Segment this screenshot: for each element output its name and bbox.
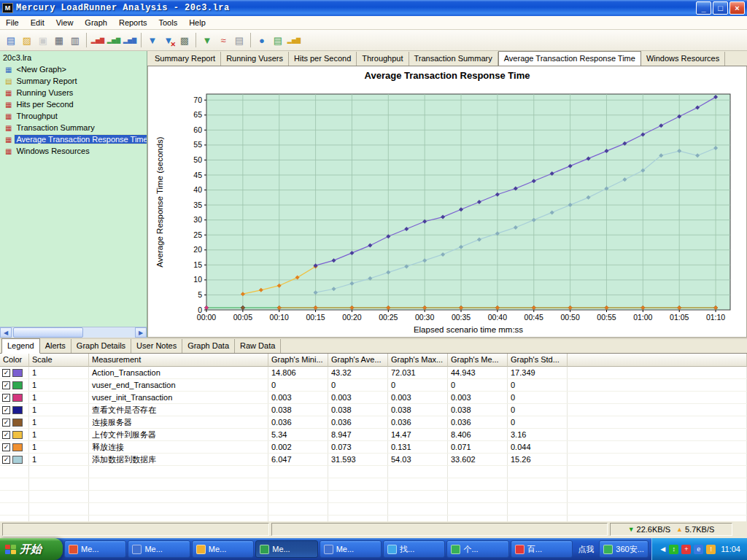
taskbar-button-0[interactable]: Me... bbox=[64, 540, 126, 558]
legend-scale-cell bbox=[29, 478, 89, 490]
tab-running-vusers[interactable]: Running Vusers bbox=[221, 52, 289, 66]
column-header-graph-s-me[interactable]: Graph's Me... bbox=[448, 354, 508, 367]
tree-item-average-transaction-response-time[interactable]: ▦Average Transaction Response Time bbox=[0, 133, 147, 145]
series-visible-checkbox[interactable]: ✓ bbox=[2, 419, 10, 427]
minimize-button[interactable]: _ bbox=[696, 1, 711, 15]
bottom-tab-user-notes[interactable]: User Notes bbox=[131, 339, 182, 353]
bottom-tab-raw-data[interactable]: Raw Data bbox=[235, 339, 281, 353]
browser-tray-icon[interactable]: e bbox=[694, 545, 703, 554]
tree-item-hits-per-second[interactable]: ▦Hits per Second bbox=[0, 98, 147, 110]
column-header-color[interactable]: Color bbox=[0, 354, 29, 367]
security-tray-icon[interactable]: + bbox=[681, 545, 691, 554]
tree-horizontal-scrollbar[interactable]: ◀ ▶ bbox=[0, 327, 147, 338]
drill-down-icon[interactable]: ▼ bbox=[199, 32, 215, 48]
set-filter-icon[interactable]: ▼ bbox=[144, 32, 160, 48]
task-button-label: 百... bbox=[527, 544, 542, 555]
hidden-icons-chevron[interactable]: ◀ bbox=[659, 545, 666, 554]
maximize-button[interactable]: □ bbox=[713, 1, 728, 15]
taskbar-button-2[interactable]: Me... bbox=[192, 540, 254, 558]
tree-item-throughput[interactable]: ▦Throughput bbox=[0, 110, 147, 122]
merge-graphs-icon[interactable]: ▂▅▇ bbox=[106, 32, 122, 48]
tab-transaction-summary[interactable]: Transaction Summary bbox=[409, 52, 498, 66]
alert-tray-icon[interactable]: ! bbox=[706, 545, 716, 554]
legend-value-cell bbox=[328, 516, 388, 521]
svg-text:55: 55 bbox=[193, 140, 202, 149]
series-visible-checkbox[interactable]: ✓ bbox=[2, 381, 10, 389]
auto-correlate-icon[interactable]: ≈ bbox=[215, 32, 231, 48]
bottom-tab-graph-data[interactable]: Graph Data bbox=[182, 339, 235, 353]
legend-value-cell: 0 bbox=[328, 379, 388, 391]
open-file-icon[interactable]: ▨ bbox=[19, 32, 35, 48]
column-header-graph-s-mini[interactable]: Graph's Mini... bbox=[268, 354, 328, 367]
column-header-graph-s-std[interactable]: Graph's Std... bbox=[508, 354, 568, 367]
tab-hits-per-second[interactable]: Hits per Second bbox=[289, 52, 357, 66]
series-visible-checkbox[interactable]: ✓ bbox=[2, 456, 10, 464]
sla-report-icon[interactable]: ▂▅▇ bbox=[286, 32, 302, 48]
menu-item-edit[interactable]: Edit bbox=[25, 17, 50, 28]
series-visible-checkbox[interactable]: ✓ bbox=[2, 443, 10, 451]
close-button[interactable]: × bbox=[729, 1, 745, 15]
menu-item-reports[interactable]: Reports bbox=[113, 17, 153, 28]
bottom-tab-legend[interactable]: Legend bbox=[1, 338, 40, 354]
svg-text:25: 25 bbox=[193, 230, 202, 239]
scroll-right-arrow-icon[interactable]: ▶ bbox=[135, 327, 147, 338]
series-visible-checkbox[interactable]: ✓ bbox=[2, 431, 10, 439]
series-visible-checkbox[interactable]: ✓ bbox=[2, 394, 10, 402]
column-header-graph-s-ave[interactable]: Graph's Ave... bbox=[328, 354, 388, 367]
tree-item-transaction-summary[interactable]: ▦Transaction Summary bbox=[0, 122, 147, 133]
tree-item-windows-resources[interactable]: ▦Windows Resources bbox=[0, 145, 147, 157]
tab-throughput[interactable]: Throughput bbox=[357, 52, 409, 66]
menu-item-view[interactable]: View bbox=[50, 17, 80, 28]
bottom-tab-alerts[interactable]: Alerts bbox=[40, 339, 71, 353]
scroll-left-arrow-icon[interactable]: ◀ bbox=[0, 327, 12, 338]
legend-measurement-cell bbox=[89, 503, 268, 515]
legend-value-cell bbox=[388, 516, 448, 521]
clear-filter-icon[interactable]: ▼✕ bbox=[160, 32, 177, 48]
tab-windows-resources[interactable]: Windows Resources bbox=[641, 52, 725, 66]
html-report-icon[interactable]: ● bbox=[254, 32, 270, 48]
column-header-measurement[interactable]: Measurement bbox=[89, 354, 268, 367]
print-icon[interactable]: ▦ bbox=[51, 32, 67, 48]
legend-empty-row bbox=[0, 478, 747, 491]
bottom-tab-graph-details[interactable]: Graph Details bbox=[71, 339, 131, 353]
tree-item-summary-report[interactable]: ▤Summary Report bbox=[0, 75, 147, 87]
menu-item-tools[interactable]: Tools bbox=[152, 17, 183, 28]
tree-item-new-graph[interactable]: ▦<New Graph> bbox=[0, 63, 147, 75]
menu-item-graph[interactable]: Graph bbox=[79, 17, 113, 28]
scrollbar-track[interactable] bbox=[12, 327, 135, 338]
open-session-icon[interactable]: ▤ bbox=[3, 32, 19, 48]
chart-title: Average Transaction Response Time bbox=[148, 66, 746, 82]
view-report-icon[interactable]: ▤ bbox=[231, 32, 247, 48]
taskbar-button-3[interactable]: Me... bbox=[255, 540, 317, 558]
legend-value-cell: 0.002 bbox=[268, 441, 328, 453]
tree-root-session[interactable]: 20c3.lra bbox=[0, 51, 147, 63]
network-activity-tray-icon[interactable]: ↕ bbox=[669, 545, 678, 554]
print-preview-icon[interactable]: ▥ bbox=[67, 32, 83, 48]
set-granularity-icon[interactable]: ▩ bbox=[177, 32, 193, 48]
taskbar-button-360-security[interactable]: 360安... bbox=[599, 540, 649, 558]
floating-ad-label[interactable]: 点我 bbox=[574, 544, 597, 555]
series-visible-checkbox[interactable]: ✓ bbox=[2, 406, 10, 414]
taskbar-button-7[interactable]: 百... bbox=[511, 540, 573, 558]
menu-item-file[interactable]: File bbox=[0, 17, 25, 28]
tab-average-transaction-response-time[interactable]: Average Transaction Response Time bbox=[498, 51, 641, 66]
summary-report-toolbar-icon[interactable]: ▤ bbox=[270, 32, 286, 48]
column-header-scale[interactable]: Scale bbox=[29, 354, 89, 367]
add-new-graph-icon[interactable]: ▂▅▇ bbox=[90, 32, 106, 48]
column-header-graph-s-max[interactable]: Graph's Max... bbox=[388, 354, 448, 367]
taskbar-button-6[interactable]: 个... bbox=[446, 540, 508, 558]
start-button[interactable]: 开始 bbox=[0, 538, 63, 560]
series-visible-checkbox[interactable]: ✓ bbox=[2, 369, 10, 377]
taskbar-button-1[interactable]: Me... bbox=[128, 540, 190, 558]
task-button-icon bbox=[132, 545, 142, 554]
menu-item-help[interactable]: Help bbox=[183, 17, 212, 28]
tree-item-running-vusers[interactable]: ▦Running Vusers bbox=[0, 87, 147, 98]
taskbar-button-5[interactable]: 找... bbox=[383, 540, 445, 558]
scrollbar-thumb[interactable] bbox=[13, 327, 83, 338]
tab-summary-report[interactable]: Summary Report bbox=[150, 52, 221, 66]
legend-panel: LegendAlertsGraph DetailsUser NotesGraph… bbox=[0, 338, 747, 521]
save-icon[interactable]: ▣ bbox=[35, 32, 51, 48]
taskbar-button-4[interactable]: Me... bbox=[320, 540, 382, 558]
cross-with-result-icon[interactable]: ▂▅▇ bbox=[122, 32, 138, 48]
svg-text:30: 30 bbox=[193, 215, 202, 224]
